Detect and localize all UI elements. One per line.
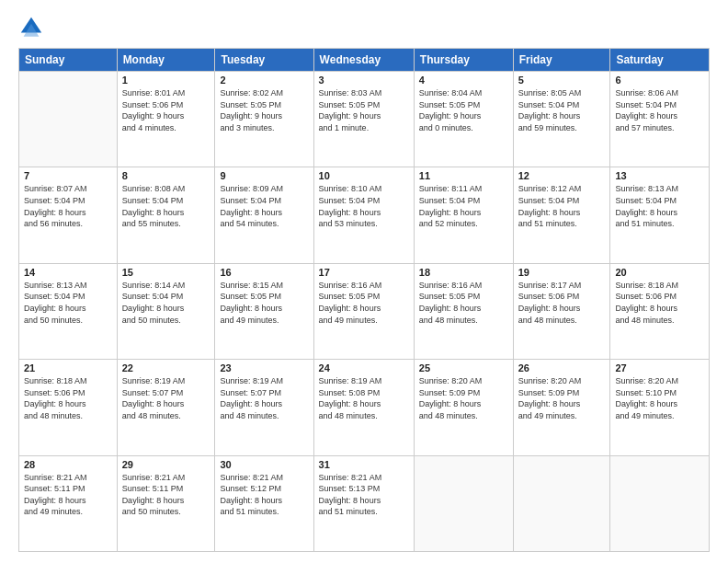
day-info: Sunrise: 8:07 AM Sunset: 5:04 PM Dayligh…: [24, 183, 112, 229]
day-info: Sunrise: 8:21 AM Sunset: 5:11 PM Dayligh…: [24, 472, 112, 518]
day-number: 6: [615, 75, 704, 86]
day-info: Sunrise: 8:05 AM Sunset: 5:04 PM Dayligh…: [518, 87, 606, 133]
calendar-cell: [513, 455, 610, 551]
calendar-week-4: 21Sunrise: 8:18 AM Sunset: 5:06 PM Dayli…: [19, 360, 710, 455]
day-number: 18: [419, 267, 508, 278]
day-info: Sunrise: 8:19 AM Sunset: 5:08 PM Dayligh…: [319, 375, 409, 421]
calendar-table: SundayMondayTuesdayWednesdayThursdayFrid…: [18, 48, 710, 552]
day-info: Sunrise: 8:18 AM Sunset: 5:06 PM Dayligh…: [24, 375, 112, 421]
calendar-week-5: 28Sunrise: 8:21 AM Sunset: 5:11 PM Dayli…: [19, 455, 710, 551]
day-number: 16: [220, 267, 308, 278]
day-info: Sunrise: 8:17 AM Sunset: 5:06 PM Dayligh…: [518, 280, 606, 326]
calendar-header-saturday: Saturday: [610, 49, 710, 72]
calendar-cell: 26Sunrise: 8:20 AM Sunset: 5:09 PM Dayli…: [513, 360, 610, 455]
calendar-cell: 31Sunrise: 8:21 AM Sunset: 5:13 PM Dayli…: [313, 455, 414, 551]
calendar-header-row: SundayMondayTuesdayWednesdayThursdayFrid…: [19, 49, 710, 72]
calendar-cell: 28Sunrise: 8:21 AM Sunset: 5:11 PM Dayli…: [19, 455, 118, 551]
calendar-cell: 13Sunrise: 8:13 AM Sunset: 5:04 PM Dayli…: [610, 167, 710, 263]
logo: [18, 15, 48, 40]
day-info: Sunrise: 8:12 AM Sunset: 5:04 PM Dayligh…: [518, 183, 606, 229]
day-info: Sunrise: 8:19 AM Sunset: 5:07 PM Dayligh…: [220, 375, 308, 421]
calendar-cell: 30Sunrise: 8:21 AM Sunset: 5:12 PM Dayli…: [215, 455, 313, 551]
day-info: Sunrise: 8:09 AM Sunset: 5:04 PM Dayligh…: [220, 183, 308, 229]
day-number: 23: [220, 362, 308, 373]
day-info: Sunrise: 8:06 AM Sunset: 5:04 PM Dayligh…: [615, 87, 704, 133]
day-number: 1: [122, 75, 210, 86]
day-number: 31: [319, 459, 409, 470]
calendar-cell: 15Sunrise: 8:14 AM Sunset: 5:04 PM Dayli…: [117, 263, 215, 359]
calendar-cell: 20Sunrise: 8:18 AM Sunset: 5:06 PM Dayli…: [610, 263, 710, 359]
calendar-cell: [414, 455, 513, 551]
calendar-header-tuesday: Tuesday: [215, 49, 313, 72]
calendar-cell: 29Sunrise: 8:21 AM Sunset: 5:11 PM Dayli…: [117, 455, 215, 551]
day-info: Sunrise: 8:14 AM Sunset: 5:04 PM Dayligh…: [122, 280, 210, 326]
day-number: 15: [122, 267, 210, 278]
day-number: 9: [220, 170, 308, 181]
day-number: 11: [419, 170, 508, 181]
day-number: 27: [615, 362, 704, 373]
calendar-header-thursday: Thursday: [414, 49, 513, 72]
calendar-cell: 16Sunrise: 8:15 AM Sunset: 5:05 PM Dayli…: [215, 263, 313, 359]
header: [18, 15, 710, 40]
calendar-cell: 22Sunrise: 8:19 AM Sunset: 5:07 PM Dayli…: [117, 360, 215, 455]
calendar-cell: 25Sunrise: 8:20 AM Sunset: 5:09 PM Dayli…: [414, 360, 513, 455]
day-info: Sunrise: 8:04 AM Sunset: 5:05 PM Dayligh…: [419, 87, 508, 133]
calendar-header-wednesday: Wednesday: [313, 49, 414, 72]
day-number: 20: [615, 267, 704, 278]
day-info: Sunrise: 8:16 AM Sunset: 5:05 PM Dayligh…: [419, 280, 508, 326]
day-info: Sunrise: 8:02 AM Sunset: 5:05 PM Dayligh…: [220, 87, 308, 133]
calendar-cell: 18Sunrise: 8:16 AM Sunset: 5:05 PM Dayli…: [414, 263, 513, 359]
day-number: 24: [319, 362, 409, 373]
calendar-cell: 21Sunrise: 8:18 AM Sunset: 5:06 PM Dayli…: [19, 360, 118, 455]
day-info: Sunrise: 8:21 AM Sunset: 5:13 PM Dayligh…: [319, 472, 409, 518]
calendar-cell: 12Sunrise: 8:12 AM Sunset: 5:04 PM Dayli…: [513, 167, 610, 263]
day-number: 4: [419, 75, 508, 86]
calendar-cell: 19Sunrise: 8:17 AM Sunset: 5:06 PM Dayli…: [513, 263, 610, 359]
day-info: Sunrise: 8:01 AM Sunset: 5:06 PM Dayligh…: [122, 87, 210, 133]
day-number: 26: [518, 362, 606, 373]
day-info: Sunrise: 8:03 AM Sunset: 5:05 PM Dayligh…: [319, 87, 409, 133]
day-number: 2: [220, 75, 308, 86]
calendar-cell: 8Sunrise: 8:08 AM Sunset: 5:04 PM Daylig…: [117, 167, 215, 263]
calendar-cell: 17Sunrise: 8:16 AM Sunset: 5:05 PM Dayli…: [313, 263, 414, 359]
day-info: Sunrise: 8:20 AM Sunset: 5:10 PM Dayligh…: [615, 375, 704, 421]
day-info: Sunrise: 8:15 AM Sunset: 5:05 PM Dayligh…: [220, 280, 308, 326]
day-info: Sunrise: 8:21 AM Sunset: 5:11 PM Dayligh…: [122, 472, 210, 518]
calendar-cell: 2Sunrise: 8:02 AM Sunset: 5:05 PM Daylig…: [215, 72, 313, 167]
logo-icon: [18, 15, 44, 40]
page: SundayMondayTuesdayWednesdayThursdayFrid…: [0, 0, 728, 563]
calendar-header-friday: Friday: [513, 49, 610, 72]
day-info: Sunrise: 8:08 AM Sunset: 5:04 PM Dayligh…: [122, 183, 210, 229]
calendar-week-2: 7Sunrise: 8:07 AM Sunset: 5:04 PM Daylig…: [19, 167, 710, 263]
day-info: Sunrise: 8:19 AM Sunset: 5:07 PM Dayligh…: [122, 375, 210, 421]
calendar-header-sunday: Sunday: [19, 49, 118, 72]
day-info: Sunrise: 8:21 AM Sunset: 5:12 PM Dayligh…: [220, 472, 308, 518]
day-info: Sunrise: 8:13 AM Sunset: 5:04 PM Dayligh…: [24, 280, 112, 326]
calendar-cell: 1Sunrise: 8:01 AM Sunset: 5:06 PM Daylig…: [117, 72, 215, 167]
calendar-cell: 9Sunrise: 8:09 AM Sunset: 5:04 PM Daylig…: [215, 167, 313, 263]
calendar-cell: [19, 72, 118, 167]
day-info: Sunrise: 8:11 AM Sunset: 5:04 PM Dayligh…: [419, 183, 508, 229]
day-number: 25: [419, 362, 508, 373]
day-number: 3: [319, 75, 409, 86]
calendar-cell: [610, 455, 710, 551]
day-number: 10: [319, 170, 409, 181]
calendar-cell: 27Sunrise: 8:20 AM Sunset: 5:10 PM Dayli…: [610, 360, 710, 455]
calendar-week-3: 14Sunrise: 8:13 AM Sunset: 5:04 PM Dayli…: [19, 263, 710, 359]
day-number: 19: [518, 267, 606, 278]
day-number: 12: [518, 170, 606, 181]
day-number: 14: [24, 267, 112, 278]
day-info: Sunrise: 8:10 AM Sunset: 5:04 PM Dayligh…: [319, 183, 409, 229]
calendar-week-1: 1Sunrise: 8:01 AM Sunset: 5:06 PM Daylig…: [19, 72, 710, 167]
calendar-cell: 5Sunrise: 8:05 AM Sunset: 5:04 PM Daylig…: [513, 72, 610, 167]
day-number: 17: [319, 267, 409, 278]
calendar-cell: 4Sunrise: 8:04 AM Sunset: 5:05 PM Daylig…: [414, 72, 513, 167]
calendar-cell: 3Sunrise: 8:03 AM Sunset: 5:05 PM Daylig…: [313, 72, 414, 167]
day-number: 7: [24, 170, 112, 181]
day-info: Sunrise: 8:16 AM Sunset: 5:05 PM Dayligh…: [319, 280, 409, 326]
day-info: Sunrise: 8:18 AM Sunset: 5:06 PM Dayligh…: [615, 280, 704, 326]
day-number: 13: [615, 170, 704, 181]
calendar-cell: 7Sunrise: 8:07 AM Sunset: 5:04 PM Daylig…: [19, 167, 118, 263]
day-number: 21: [24, 362, 112, 373]
day-info: Sunrise: 8:20 AM Sunset: 5:09 PM Dayligh…: [419, 375, 508, 421]
